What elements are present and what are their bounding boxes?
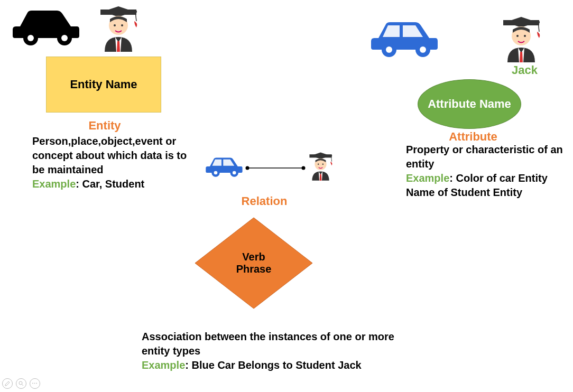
svg-line-38: [22, 385, 24, 386]
entity-box-label: Entity Name: [70, 78, 137, 91]
svg-point-21: [524, 35, 526, 37]
car-icon-blue-attr: [368, 18, 441, 62]
svg-marker-5: [103, 6, 134, 17]
bottom-toolbar: ⋯: [2, 378, 40, 389]
attribute-desc: Property or characteristic of an entity: [406, 144, 563, 170]
svg-point-3: [61, 35, 68, 41]
svg-marker-16: [505, 17, 537, 27]
relation-title: Relation: [238, 194, 291, 208]
entity-description-block: Person,place,object,event or concept abo…: [32, 134, 191, 191]
relation-connection: [204, 150, 341, 189]
magnifier-icon[interactable]: [16, 378, 26, 389]
entity-title: Entity: [84, 119, 126, 133]
student-icon-large: [94, 4, 143, 55]
svg-point-13: [386, 46, 392, 53]
entity-rectangle: Entity Name: [46, 57, 161, 113]
attribute-example-label: Example: [406, 172, 449, 184]
attribute-description-block: Property or characteristic of an entity …: [406, 143, 570, 200]
relation-desc: Association between the instances of one…: [142, 331, 394, 357]
more-icon[interactable]: ⋯: [30, 378, 40, 389]
entity-desc: Person,place,object,event or concept abo…: [32, 135, 187, 175]
attribute-title: Attribute: [444, 130, 502, 144]
student-icon-attr: [497, 15, 546, 66]
attribute-ellipse: Attribute Name: [418, 79, 521, 129]
svg-point-35: [322, 164, 324, 165]
svg-point-37: [19, 381, 22, 385]
entity-example-label: Example: [32, 178, 76, 190]
relation-diamond: Verb Phrase: [193, 216, 315, 311]
relation-diamond-label: Verb Phrase: [227, 251, 280, 275]
svg-point-24: [214, 171, 218, 175]
entity-example-text: : Car, Student: [76, 178, 144, 190]
svg-point-9: [114, 24, 116, 26]
relation-description-block: Association between the instances of one…: [142, 330, 395, 372]
car-icon-black: [10, 6, 82, 51]
attribute-ellipse-label: Attribute Name: [422, 97, 516, 111]
svg-point-2: [27, 35, 34, 41]
svg-point-28: [302, 166, 306, 170]
relation-example-label: Example: [142, 359, 185, 371]
svg-point-10: [121, 24, 123, 26]
relation-example-text: : Blue Car Belongs to Student Jack: [185, 359, 361, 371]
pen-icon[interactable]: [2, 378, 13, 389]
svg-marker-30: [311, 152, 330, 158]
jack-label: Jack: [512, 63, 538, 77]
svg-point-27: [246, 166, 249, 170]
svg-point-14: [420, 46, 426, 53]
svg-point-34: [318, 164, 319, 165]
svg-point-25: [233, 171, 236, 175]
svg-point-20: [516, 35, 519, 37]
